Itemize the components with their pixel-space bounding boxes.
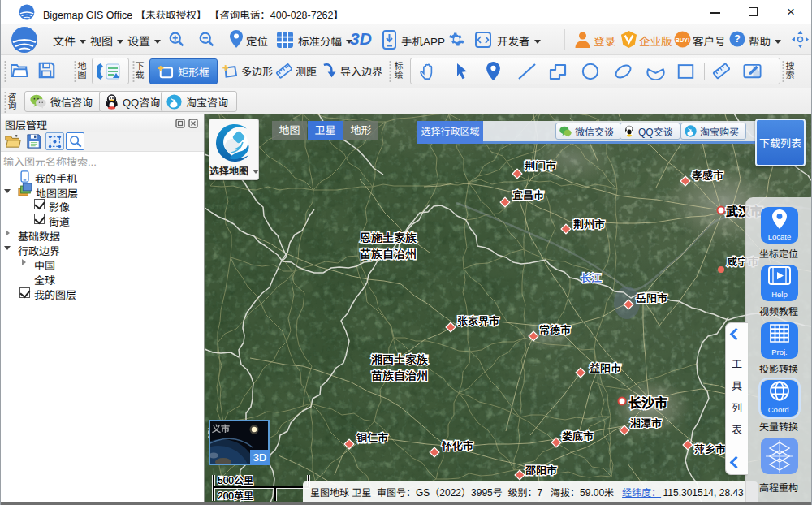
svg-text:宜昌市: 宜昌市 xyxy=(512,187,544,202)
svg-text:张家界市: 张家界市 xyxy=(457,313,499,328)
svg-text:铜仁市: 铜仁市 xyxy=(356,429,388,445)
svg-text:恩施土家族: 恩施土家族 xyxy=(360,229,417,245)
svg-text:益阳市: 益阳市 xyxy=(590,360,621,375)
svg-text:荆门市: 荆门市 xyxy=(525,158,556,173)
svg-text:?: ? xyxy=(734,33,741,45)
svg-text:常德市: 常德市 xyxy=(539,322,571,337)
svg-text:荆州市: 荆州市 xyxy=(573,216,605,231)
svg-text:湘潭市: 湘潭市 xyxy=(630,415,662,430)
svg-text:500公里: 500公里 xyxy=(218,475,253,486)
svg-text:长沙市: 长沙市 xyxy=(628,392,667,412)
svg-text:岳阳市: 岳阳市 xyxy=(636,290,667,305)
svg-text:萍乡市: 萍乡市 xyxy=(694,441,726,456)
svg-text:BUY!: BUY! xyxy=(676,37,690,44)
svg-text:湘西土家族: 湘西土家族 xyxy=(371,351,428,367)
svg-text:娄底市: 娄底市 xyxy=(562,428,594,443)
svg-text:孝感市: 孝感市 xyxy=(692,167,723,183)
svg-text:怀化市: 怀化市 xyxy=(442,438,473,453)
svg-text:苗族自治州: 苗族自治州 xyxy=(371,367,428,383)
svg-text:苗族自治州: 苗族自治州 xyxy=(360,245,417,261)
svg-text:义市: 义市 xyxy=(211,424,230,434)
svg-text:邵阳市: 邵阳市 xyxy=(525,462,557,477)
svg-text:200英里: 200英里 xyxy=(218,490,253,502)
svg-text:长江: 长江 xyxy=(581,270,602,285)
